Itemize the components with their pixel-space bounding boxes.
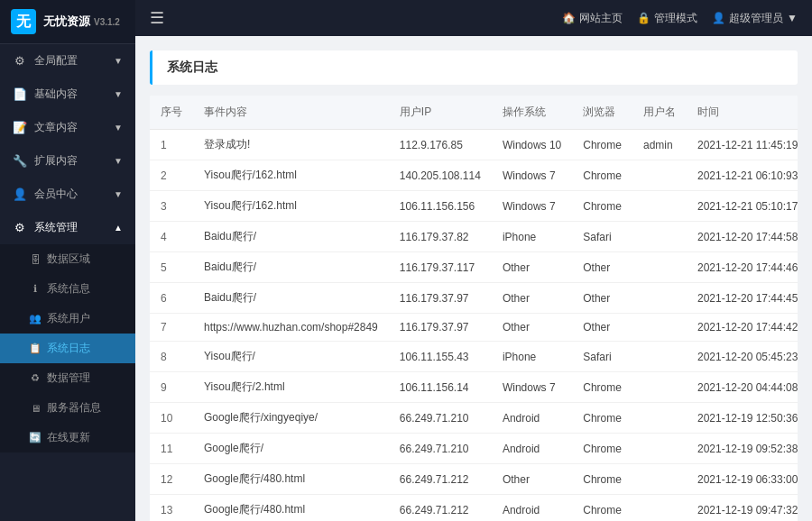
sidebar-item-syslog[interactable]: 📋 系统日志 <box>0 334 135 363</box>
table-cell: Chrome <box>572 403 632 434</box>
syslog-icon: 📋 <box>29 343 42 355</box>
table-row: 1登录成功!112.9.176.85Windows 10Chromeadmin2… <box>150 130 798 160</box>
table-row: 13Google爬行/480.html66.249.71.212AndroidC… <box>150 495 798 522</box>
table-row: 6Baidu爬行/116.179.37.97OtherOther2021-12-… <box>150 283 798 314</box>
logo-icon: 无 <box>11 9 36 34</box>
table-row: 7https://www.huzhan.com/shop#2849116.179… <box>150 314 798 342</box>
nav-home[interactable]: 🏠 网站主页 <box>562 11 623 26</box>
table-cell: Safari <box>572 222 632 252</box>
table-cell <box>632 314 687 342</box>
table-cell: Windows 10 <box>492 130 572 160</box>
top-header: ☰ 🏠 网站主页 🔒 管理模式 👤 超级管理员 ▼ <box>135 0 812 36</box>
col-event: 事件内容 <box>193 96 389 130</box>
table-cell: 2 <box>150 160 193 191</box>
table-cell: 12 <box>150 464 193 495</box>
table-cell: 8 <box>150 342 193 372</box>
table-row: 10Google爬行/xingyeqiye/66.249.71.210Andro… <box>150 403 798 434</box>
table-cell: 2021-12-20 17:44:58 <box>687 222 798 252</box>
extend-icon: 🔧 <box>13 154 27 169</box>
table-cell: Other <box>572 252 632 283</box>
table-cell: Android <box>492 495 572 522</box>
sidebar-item-db[interactable]: 🗄 数据区域 <box>0 244 135 274</box>
logo-text: 无忧资源V3.1.2 <box>43 14 120 30</box>
basic-icon: 📄 <box>13 87 27 102</box>
table-cell: Baidu爬行/ <box>193 222 389 252</box>
table-cell: 2021-12-20 17:44:45 <box>687 283 798 314</box>
table-cell: Google爬行/480.html <box>193 495 389 522</box>
table-cell: 66.249.71.210 <box>389 403 492 434</box>
table-cell <box>632 160 687 191</box>
table-cell: 11 <box>150 434 193 464</box>
arrow-icon: ▼ <box>114 189 123 199</box>
table-cell: 7 <box>150 314 193 342</box>
sidebar-item-sysinfo[interactable]: ℹ 系统信息 <box>0 274 135 304</box>
table-cell <box>632 495 687 522</box>
dropdown-arrow-icon: ▼ <box>787 12 798 24</box>
table-cell: 106.11.156.14 <box>389 372 492 403</box>
lock-icon: 🔒 <box>637 12 651 24</box>
content-area: 系统日志 序号 事件内容 用户IP 操作系统 浏览器 用户名 时间 1登录成功!… <box>135 36 812 521</box>
table-cell: Android <box>492 434 572 464</box>
table-cell: 116.179.37.117 <box>389 252 492 283</box>
sidebar-item-system[interactable]: ⚙ 系统管理 ▲ <box>0 211 135 244</box>
table-cell: 4 <box>150 222 193 252</box>
arrow-icon: ▼ <box>114 56 123 66</box>
table-cell: 10 <box>150 403 193 434</box>
arrow-icon: ▼ <box>114 123 123 133</box>
table-cell: iPhone <box>492 222 572 252</box>
table-cell: 2021-12-19 09:52:38 <box>687 434 798 464</box>
table-cell: 66.249.71.212 <box>389 495 492 522</box>
nav-manager[interactable]: 🔒 管理模式 <box>637 11 697 26</box>
table-cell <box>632 222 687 252</box>
table-cell: Chrome <box>572 495 632 522</box>
db-icon: 🗄 <box>29 253 42 266</box>
table-cell: Chrome <box>572 372 632 403</box>
sidebar-item-update[interactable]: 🔄 在线更新 <box>0 423 135 452</box>
sidebar-item-basic[interactable]: 📄 基础内容 ▼ <box>0 78 135 111</box>
table-cell: 2021-12-20 04:44:08 <box>687 372 798 403</box>
table-cell: 2021-12-19 06:33:00 <box>687 464 798 495</box>
table-cell: 140.205.108.114 <box>389 160 492 191</box>
arrow-icon: ▼ <box>114 156 123 166</box>
sidebar-item-recycle[interactable]: ♻ 数据管理 <box>0 363 135 393</box>
table-cell: 5 <box>150 252 193 283</box>
arrow-icon: ▼ <box>114 89 123 99</box>
table-cell: 9 <box>150 372 193 403</box>
table-cell: Chrome <box>572 130 632 160</box>
sidebar-item-article[interactable]: 📝 文章内容 ▼ <box>0 111 135 144</box>
col-ip: 用户IP <box>389 96 492 130</box>
table-row: 8Yisou爬行/106.11.155.43iPhoneSafari2021-1… <box>150 342 798 372</box>
nav-user[interactable]: 👤 超级管理员 ▼ <box>712 11 798 26</box>
main-area: ☰ 🏠 网站主页 🔒 管理模式 👤 超级管理员 ▼ 系统日志 <box>135 0 812 521</box>
table-cell: Other <box>492 252 572 283</box>
table-cell <box>632 403 687 434</box>
hamburger-button[interactable]: ☰ <box>150 8 164 28</box>
table-cell: 1 <box>150 130 193 160</box>
table-cell: Chrome <box>572 191 632 222</box>
sidebar-item-sysuser[interactable]: 👥 系统用户 <box>0 304 135 334</box>
table-cell: 66.249.71.212 <box>389 464 492 495</box>
table-cell: https://www.huzhan.com/shop#2849 <box>193 314 389 342</box>
table-cell: Other <box>572 314 632 342</box>
table-cell: Windows 7 <box>492 160 572 191</box>
col-browser: 浏览器 <box>572 96 632 130</box>
table-cell: 116.179.37.82 <box>389 222 492 252</box>
recycle-icon: ♻ <box>29 372 42 385</box>
table-cell: 66.249.71.210 <box>389 434 492 464</box>
sidebar-item-member[interactable]: 👤 会员中心 ▼ <box>0 178 135 211</box>
table-cell: Windows 7 <box>492 191 572 222</box>
article-icon: 📝 <box>13 121 27 135</box>
sidebar-item-server[interactable]: 🖥 服务器信息 <box>0 393 135 423</box>
table-cell: Chrome <box>572 160 632 191</box>
table-row: 2Yisou爬行/162.html140.205.108.114Windows … <box>150 160 798 191</box>
table-cell <box>632 372 687 403</box>
sidebar-item-global[interactable]: ⚙ 全局配置 ▼ <box>0 44 135 78</box>
system-submenu: 🗄 数据区域 ℹ 系统信息 👥 系统用户 📋 系统日志 ♻ 数据管理 🖥 服 <box>0 244 135 452</box>
right-actions: 🏠 网站主页 🔒 管理模式 👤 超级管理员 ▼ <box>562 11 798 26</box>
table-cell: Safari <box>572 342 632 372</box>
sidebar-item-extend[interactable]: 🔧 扩展内容 ▼ <box>0 144 135 178</box>
table-cell: Yisou爬行/2.html <box>193 372 389 403</box>
log-table: 序号 事件内容 用户IP 操作系统 浏览器 用户名 时间 1登录成功!112.9… <box>150 96 798 521</box>
table-cell <box>632 283 687 314</box>
table-cell: 13 <box>150 495 193 522</box>
